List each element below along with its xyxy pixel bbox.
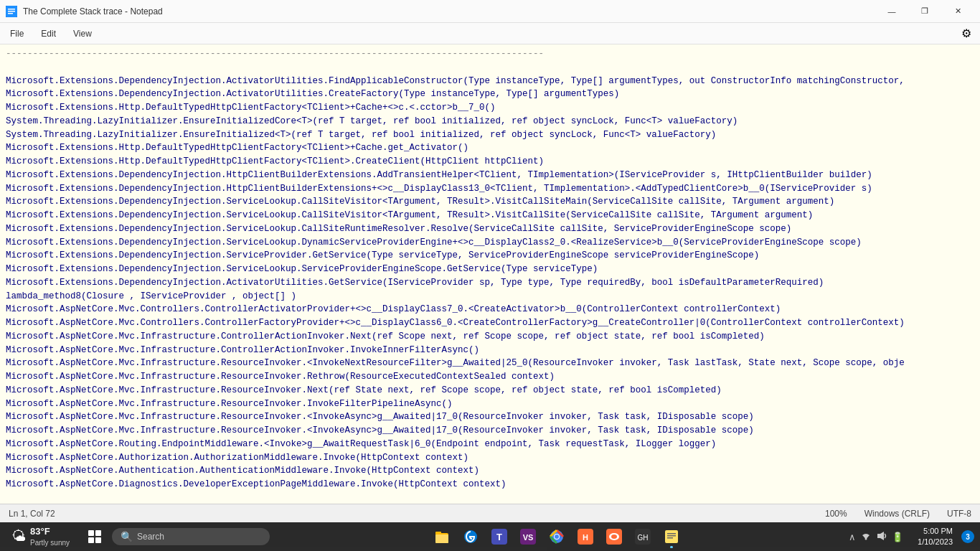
status-right: 100% Windows (CRLF) UTF-8 xyxy=(825,509,971,519)
taskbar-icon-postman[interactable] xyxy=(601,524,627,550)
clock-time: 5:00 PM xyxy=(918,526,953,537)
close-button[interactable]: ✕ xyxy=(941,0,974,23)
svg-rect-27 xyxy=(877,534,880,538)
minimize-button[interactable]: — xyxy=(875,0,908,23)
svg-text:GH: GH xyxy=(637,534,648,542)
editor-line: Microsoft.AspNetCore.Mvc.Infrastructure.… xyxy=(6,397,905,411)
editor-line: Microsoft.AspNetCore.Mvc.Infrastructure.… xyxy=(6,330,905,344)
editor-line: Microsoft.Extensions.DependencyInjection… xyxy=(6,195,905,209)
editor-line: Microsoft.AspNetCore.Routing.EndpointMid… xyxy=(6,438,905,451)
settings-gear-icon[interactable]: ⚙ xyxy=(956,24,977,43)
editor-line: Microsoft.AspNetCore.Diagnostics.Develop… xyxy=(6,478,905,491)
editor-line: Microsoft.Extensions.Http.DefaultTypedHt… xyxy=(6,155,905,169)
svg-rect-23 xyxy=(667,533,676,534)
svg-rect-2 xyxy=(8,11,15,12)
maximize-button[interactable]: ❐ xyxy=(908,0,941,23)
taskbar-icon-edge[interactable] xyxy=(458,524,484,550)
tray-chevron-icon[interactable]: ∧ xyxy=(849,532,856,542)
encoding: UTF-8 xyxy=(947,509,971,519)
cursor-position: Ln 1, Col 72 xyxy=(9,509,825,519)
start-button[interactable] xyxy=(82,524,108,550)
title-bar: The Complete Stack trace - Notepad — ❐ ✕ xyxy=(0,0,980,23)
editor-line: Microsoft.AspNetCore.Mvc.Infrastructure.… xyxy=(6,424,905,438)
search-icon: 🔍 xyxy=(121,531,133,542)
editor-line: Microsoft.Extensions.DependencyInjection… xyxy=(6,209,905,222)
svg-text:H: H xyxy=(583,533,588,542)
windows-logo-icon xyxy=(88,530,101,543)
taskbar-icon-teams[interactable]: T xyxy=(486,524,512,550)
editor-line: Microsoft.AspNetCore.Mvc.Infrastructure.… xyxy=(6,384,905,397)
taskbar-icons: T VS H xyxy=(274,524,839,550)
svg-rect-6 xyxy=(435,534,448,543)
svg-rect-5 xyxy=(435,532,441,534)
zoom-level: 100% xyxy=(825,509,847,519)
clock[interactable]: 5:00 PM 1/10/2023 xyxy=(912,526,958,548)
notification-badge[interactable]: 3 xyxy=(961,530,974,543)
menu-bar: File Edit View ⚙ xyxy=(0,23,980,44)
window-title: The Complete Stack trace - Notepad xyxy=(23,6,163,17)
editor-line: Microsoft.AspNetCore.Mvc.Infrastructure.… xyxy=(6,410,905,424)
editor-line: Microsoft.Extensions.DependencyInjection… xyxy=(6,236,905,250)
editor-line: Microsoft.AspNetCore.Mvc.Infrastructure.… xyxy=(6,370,905,384)
editor-line: Microsoft.AspNetCore.Mvc.Controllers.Con… xyxy=(6,316,905,330)
editor-line: Microsoft.Extensions.Http.DefaultTypedHt… xyxy=(6,141,905,155)
clock-date: 1/10/2023 xyxy=(918,537,953,547)
editor-container[interactable]: ----------------------------------------… xyxy=(0,44,980,504)
editor-line: Microsoft.Extensions.DependencyInjection… xyxy=(6,249,905,263)
window-controls: — ❐ ✕ xyxy=(875,0,974,23)
tray-battery-icon[interactable]: 🔋 xyxy=(892,532,903,542)
taskbar-icon-file-explorer[interactable] xyxy=(429,524,455,550)
editor-line: Microsoft.Extensions.DependencyInjection… xyxy=(6,169,905,182)
taskbar-icon-herd[interactable]: H xyxy=(573,524,598,550)
weather-icon: 🌤 xyxy=(11,528,26,545)
weather-info: 83°F Partly sunny xyxy=(30,526,70,547)
editor-line: Microsoft.Extensions.DependencyInjection… xyxy=(6,88,905,101)
svg-rect-22 xyxy=(665,530,678,543)
taskbar-icon-visual-studio[interactable]: VS xyxy=(515,524,541,550)
editor-line: Microsoft.Extensions.DependencyInjection… xyxy=(6,263,905,276)
editor-line: Microsoft.AspNetCore.Authentication.Auth… xyxy=(6,464,905,478)
line-ending: Windows (CRLF) xyxy=(864,509,930,519)
weather-widget[interactable]: 🌤 83°F Partly sunny xyxy=(6,524,77,549)
tray-volume-icon[interactable] xyxy=(876,530,887,544)
taskbar-icon-notepad[interactable] xyxy=(659,524,684,550)
svg-rect-1 xyxy=(8,9,15,10)
search-label: Search xyxy=(137,532,164,542)
svg-rect-25 xyxy=(667,537,673,539)
editor-line: Microsoft.Extensions.Http.DefaultTypedHt… xyxy=(6,101,905,115)
svg-text:T: T xyxy=(496,532,502,542)
weather-description: Partly sunny xyxy=(30,538,70,547)
notepad-app-icon xyxy=(6,6,17,17)
editor-line: Microsoft.Extensions.DependencyInjection… xyxy=(6,276,905,290)
editor-line xyxy=(6,61,905,75)
svg-rect-3 xyxy=(8,13,13,14)
editor-line: Microsoft.Extensions.DependencyInjection… xyxy=(6,182,905,196)
svg-point-19 xyxy=(611,534,617,539)
taskbar: 🌤 83°F Partly sunny 🔍 Search xyxy=(0,522,980,551)
editor-line: Microsoft.AspNetCore.Mvc.Infrastructure.… xyxy=(6,344,905,357)
svg-point-26 xyxy=(865,537,867,540)
menu-file[interactable]: File xyxy=(3,26,31,42)
status-bar: Ln 1, Col 72 100% Windows (CRLF) UTF-8 xyxy=(0,504,980,522)
svg-text:VS: VS xyxy=(522,533,533,542)
editor-line: Microsoft.AspNetCore.Mvc.Infrastructure.… xyxy=(6,357,905,370)
search-box[interactable]: 🔍 Search xyxy=(112,528,270,545)
editor-line: System.Threading.LazyInitializer.EnsureI… xyxy=(6,115,905,128)
menu-edit[interactable]: Edit xyxy=(34,26,63,42)
editor-line: System.Threading.LazyInitializer.EnsureI… xyxy=(6,128,905,142)
system-tray: ∧ 🔋 5:00 PM 1/10/2023 3 xyxy=(843,526,974,548)
taskbar-icon-github[interactable]: GH xyxy=(630,524,656,550)
editor-line: Microsoft.Extensions.DependencyInjection… xyxy=(6,222,905,236)
menu-view[interactable]: View xyxy=(66,26,99,42)
taskbar-icon-chrome[interactable] xyxy=(544,524,570,550)
editor-line: Microsoft.AspNetCore.Mvc.Controllers.Con… xyxy=(6,303,905,316)
editor-line: Microsoft.Extensions.DependencyInjection… xyxy=(6,75,905,88)
tray-network-icon[interactable] xyxy=(860,530,872,544)
editor-line: Microsoft.AspNetCore.Authorization.Autho… xyxy=(6,451,905,465)
editor-line: ----------------------------------------… xyxy=(6,47,905,61)
editor-text: ----------------------------------------… xyxy=(6,47,905,491)
svg-point-14 xyxy=(555,534,559,539)
tray-icons: ∧ 🔋 xyxy=(843,530,909,544)
weather-temperature: 83°F xyxy=(30,526,70,538)
svg-rect-24 xyxy=(667,535,676,537)
